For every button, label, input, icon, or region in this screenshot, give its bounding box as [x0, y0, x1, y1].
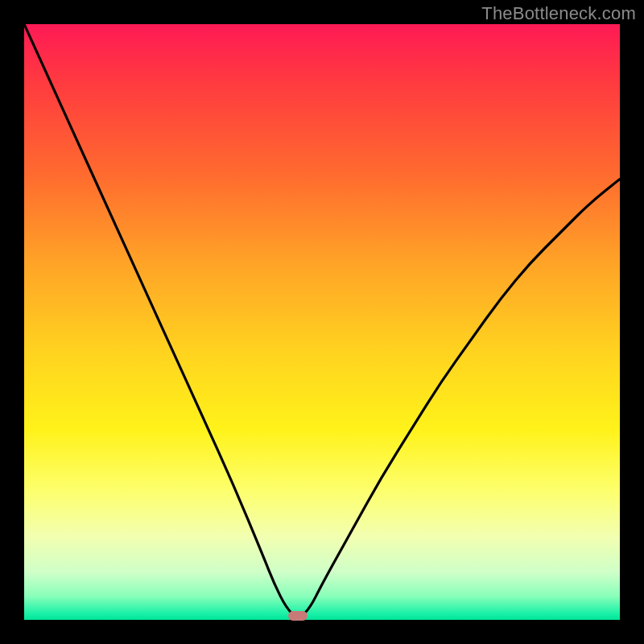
plot-area [24, 24, 620, 620]
optimum-marker [288, 611, 308, 621]
watermark-text: TheBottleneck.com [481, 3, 636, 24]
bottleneck-curve [24, 24, 620, 620]
chart-frame: TheBottleneck.com [0, 0, 644, 644]
